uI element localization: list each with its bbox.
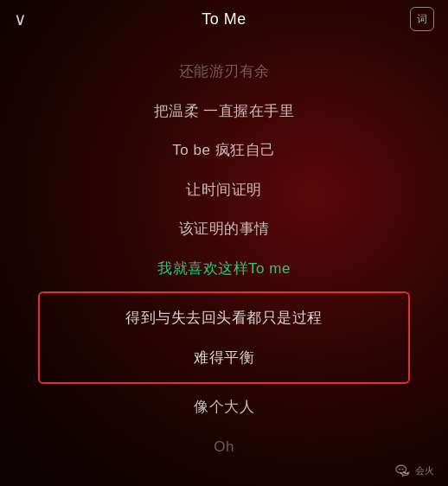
svg-point-3: [405, 472, 406, 474]
svg-point-1: [399, 469, 400, 470]
lyrics-container: 还能游刃有余 把温柔 一直握在手里 To be 疯狂自己 让时间证明 该证明的事…: [0, 38, 448, 480]
word-icon: 词: [417, 12, 427, 27]
lyric-line: 像个大人: [17, 387, 431, 427]
header-title: To Me: [202, 10, 246, 29]
lyric-line-highlighted: 难得平衡: [57, 338, 391, 378]
chevron-down-icon: ∨: [14, 10, 27, 29]
lyric-line: To be 疯狂自己: [17, 131, 431, 170]
wechat-icon: [394, 462, 412, 479]
lyric-highlight-box: 得到与失去回头看都只是过程 难得平衡: [38, 291, 410, 384]
lyric-line: 把温柔 一直握在手里: [17, 92, 431, 131]
bottom-label: 会火: [415, 464, 434, 477]
lyric-line: 还能游刃有余: [17, 52, 431, 92]
lyric-line: Oh: [17, 427, 431, 467]
lyric-line-highlighted: 得到与失去回头看都只是过程: [57, 298, 391, 338]
back-button[interactable]: ∨: [14, 9, 27, 29]
bottom-bar: 会火: [394, 462, 434, 479]
svg-point-2: [402, 469, 404, 470]
header: ∨ To Me 词: [0, 0, 448, 38]
settings-button[interactable]: 词: [410, 7, 434, 31]
lyric-line: 让时间证明: [17, 170, 431, 210]
svg-point-4: [407, 472, 409, 474]
lyric-line-active: 我就喜欢这样To me: [17, 249, 431, 289]
lyric-line: 该证明的事情: [17, 209, 431, 249]
